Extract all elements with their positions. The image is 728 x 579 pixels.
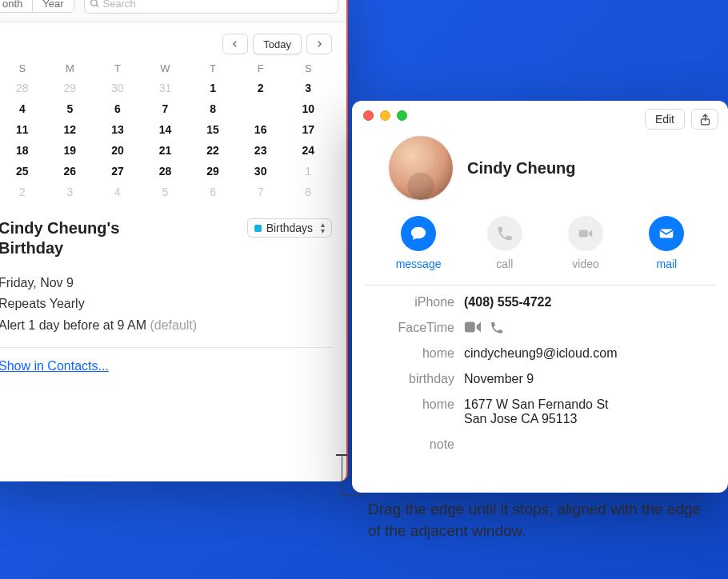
message-icon — [410, 225, 427, 242]
contact-name: Cindy Cheung — [467, 159, 576, 178]
event-date: Friday, Nov 9 — [0, 273, 332, 293]
email-value[interactable]: cindycheung9@icloud.com — [464, 346, 714, 361]
day-cell[interactable]: 29 — [46, 78, 94, 98]
divider — [0, 347, 332, 348]
day-cell[interactable]: 26 — [46, 161, 94, 182]
view-month-button[interactable]: onth — [0, 0, 33, 12]
svg-point-0 — [90, 0, 97, 6]
day-cell[interactable]: 2 — [237, 78, 285, 98]
message-action[interactable]: message — [396, 216, 442, 270]
day-cell[interactable]: 1 — [189, 78, 237, 98]
phone-value[interactable]: (408) 555-4722 — [464, 295, 714, 309]
next-month-button[interactable] — [306, 34, 332, 54]
calendar-window: onth Year Today SMTWTFS 2829303112345678… — [0, 0, 348, 481]
facetime-value — [464, 321, 714, 335]
video-label: video — [572, 258, 598, 270]
mail-action[interactable]: mail — [649, 216, 684, 270]
day-cell[interactable]: 3 — [284, 78, 332, 98]
day-cell[interactable]: 14 — [142, 119, 190, 140]
day-header: S — [0, 62, 46, 78]
zoom-window-button[interactable] — [397, 110, 407, 121]
day-cell[interactable]: 5 — [142, 182, 190, 202]
day-cell[interactable]: 5 — [46, 98, 94, 119]
phone-icon — [496, 225, 514, 242]
day-cell[interactable]: 25 — [0, 161, 46, 182]
day-cell[interactable]: 22 — [189, 140, 237, 161]
day-cell[interactable]: 31 — [142, 78, 190, 98]
day-cell[interactable]: 19 — [46, 140, 94, 161]
minimize-window-button[interactable] — [380, 110, 390, 121]
day-cell[interactable]: 8 — [284, 182, 332, 202]
day-header: S — [284, 62, 332, 78]
svg-rect-6 — [465, 322, 475, 333]
callout-line — [342, 456, 366, 496]
day-cell[interactable]: 16 — [237, 119, 285, 140]
day-cell[interactable]: 6 — [189, 182, 237, 202]
day-cell[interactable]: 12 — [46, 119, 94, 140]
month-grid: SMTWTFS 28293031123456789101112131415161… — [0, 62, 332, 202]
calendar-toolbar: onth Year — [0, 0, 346, 22]
day-cell[interactable]: 30 — [94, 78, 142, 98]
prev-month-button[interactable] — [222, 34, 248, 54]
month-nav: Today — [0, 34, 332, 54]
chevron-left-icon — [231, 39, 239, 49]
day-cell[interactable]: 30 — [237, 161, 285, 182]
day-header: T — [189, 62, 237, 78]
day-cell[interactable]: 4 — [94, 182, 142, 202]
day-cell[interactable]: 15 — [189, 119, 237, 140]
call-action[interactable]: call — [487, 216, 522, 270]
day-cell[interactable]: 4 — [0, 98, 46, 119]
day-cell[interactable]: 8 — [189, 98, 237, 119]
svg-marker-7 — [477, 322, 482, 333]
day-cell[interactable]: 17 — [284, 119, 332, 140]
search-input[interactable] — [103, 0, 333, 10]
phone-label: iPhone — [366, 295, 454, 309]
day-cell[interactable]: 6 — [94, 98, 142, 119]
mail-icon — [658, 225, 675, 242]
day-cell[interactable]: 24 — [284, 140, 332, 161]
day-header: T — [94, 62, 142, 78]
day-cell[interactable]: 10 — [284, 98, 332, 119]
view-segmented-control[interactable]: onth Year — [0, 0, 74, 13]
day-header: M — [46, 62, 94, 78]
day-cell[interactable]: 13 — [94, 119, 142, 140]
day-cell[interactable]: 7 — [142, 98, 190, 119]
day-cell[interactable]: 9 — [237, 98, 285, 119]
day-cell[interactable]: 18 — [0, 140, 46, 161]
day-cell[interactable]: 27 — [94, 161, 142, 182]
note-label: note — [366, 437, 454, 452]
close-window-button[interactable] — [363, 110, 374, 121]
day-cell[interactable]: 2 — [0, 182, 46, 202]
edit-button[interactable]: Edit — [645, 109, 685, 130]
search-field[interactable] — [84, 0, 338, 14]
calendar-color-dot — [254, 225, 262, 232]
facetime-audio-icon[interactable] — [490, 321, 504, 335]
show-in-contacts-link[interactable]: Show in Contacts... — [0, 359, 109, 373]
day-cell[interactable]: 28 — [142, 161, 190, 182]
address-value[interactable]: 1677 W San Fernando StSan Jose CA 95113 — [464, 397, 714, 426]
contacts-window: Edit Cindy Cheung message call video mai… — [352, 101, 728, 493]
day-cell[interactable]: 20 — [94, 140, 142, 161]
chevron-up-down-icon: ▴▾ — [321, 222, 325, 234]
birthday-label: birthday — [366, 372, 454, 386]
day-cell[interactable]: 28 — [0, 78, 46, 98]
view-year-button[interactable]: Year — [33, 0, 73, 12]
day-cell[interactable]: 1 — [284, 161, 332, 182]
day-header: W — [142, 62, 190, 78]
event-calendar-select[interactable]: Birthdays ▴▾ — [247, 218, 332, 238]
video-icon — [577, 225, 594, 242]
email-label: home — [366, 346, 454, 361]
day-cell[interactable]: 23 — [237, 140, 285, 161]
day-cell[interactable]: 21 — [142, 140, 190, 161]
today-button[interactable]: Today — [253, 34, 302, 54]
facetime-video-icon[interactable] — [464, 321, 482, 333]
video-action[interactable]: video — [568, 216, 603, 270]
share-button[interactable] — [691, 109, 718, 130]
day-cell[interactable]: 11 — [0, 119, 46, 140]
mail-label: mail — [657, 258, 678, 270]
day-cell[interactable]: 3 — [46, 182, 94, 202]
day-cell[interactable]: 7 — [237, 182, 285, 202]
window-controls — [363, 110, 407, 121]
day-cell[interactable]: 29 — [189, 161, 237, 182]
event-calendar-label: Birthdays — [266, 222, 313, 234]
